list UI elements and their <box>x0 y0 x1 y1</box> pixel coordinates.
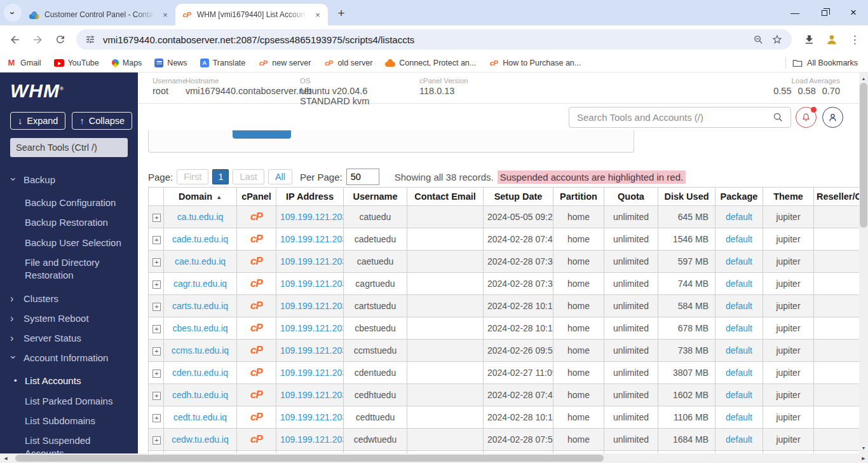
address-bar[interactable]: vmi1679440.contaboserver.net:2087/cpsess… <box>76 29 792 50</box>
ip-address-link[interactable]: 109.199.121.203 <box>280 256 344 266</box>
row-expander-button[interactable]: + <box>153 414 161 422</box>
all-pages-button[interactable]: All <box>268 169 292 184</box>
domain-link[interactable]: carts.tu.edu.iq <box>172 301 228 311</box>
horizontal-scrollbar[interactable]: ◀ ▶ <box>0 453 868 463</box>
sidebar-search-input[interactable] <box>10 138 128 157</box>
browser-menu-button[interactable]: ⋮ <box>848 32 862 46</box>
tab-close-icon[interactable]: × <box>160 10 170 20</box>
per-page-input[interactable] <box>346 169 379 185</box>
tab-close-icon[interactable]: × <box>313 10 323 20</box>
cpanel-logo-icon[interactable]: cP <box>250 211 262 223</box>
row-expander-button[interactable]: + <box>153 303 161 311</box>
ip-address-link[interactable]: 109.199.121.203 <box>280 279 344 289</box>
site-info-icon[interactable] <box>85 34 95 45</box>
bookmark-item[interactable]: News <box>154 59 187 67</box>
cpanel-logo-icon[interactable]: cP <box>250 344 262 356</box>
scroll-up-arrow-icon[interactable]: ▲ <box>859 74 868 83</box>
partial-blue-button[interactable] <box>233 130 291 139</box>
column-disk-used[interactable]: Disk Used <box>658 188 715 206</box>
domain-link[interactable]: cedw.tu.edu.iq <box>172 434 229 445</box>
domain-link[interactable]: cedt.tu.edu.iq <box>173 412 227 422</box>
bookmark-item[interactable]: Translate <box>200 59 246 67</box>
package-link[interactable]: default <box>726 434 752 445</box>
sidebar-nav-item[interactable]: •List Subdomains <box>25 415 121 427</box>
first-page-button[interactable]: First <box>177 169 208 184</box>
downloads-button[interactable] <box>802 32 816 46</box>
bookmark-item[interactable]: YouTube <box>54 59 99 67</box>
sidebar-group-header[interactable]: › Server Status <box>10 328 128 348</box>
ip-address-link[interactable]: 109.199.121.203 <box>280 368 344 378</box>
ip-address-link[interactable]: 109.199.121.203 <box>280 212 344 222</box>
row-expander-button[interactable]: + <box>153 436 161 445</box>
sidebar-group-header[interactable]: › Account Information <box>10 348 128 368</box>
sidebar-group-header[interactable]: › Clusters <box>10 289 128 308</box>
bookmark-item[interactable]: Connect, Protect an... <box>385 59 476 67</box>
domain-link[interactable]: cbes.tu.edu.iq <box>172 323 227 333</box>
row-expander-button[interactable]: + <box>153 214 161 222</box>
scroll-right-arrow-icon[interactable]: ▶ <box>859 453 868 463</box>
domain-link[interactable]: cden.tu.edu.iq <box>172 368 228 378</box>
cpanel-logo-icon[interactable]: cP <box>250 233 262 245</box>
cpanel-logo-icon[interactable]: cP <box>250 300 262 312</box>
cpanel-logo-icon[interactable]: cP <box>250 366 262 378</box>
notifications-button[interactable] <box>796 107 817 128</box>
bookmark-star-icon[interactable] <box>771 34 783 45</box>
package-link[interactable]: default <box>726 212 752 222</box>
bookmark-item[interactable]: new server <box>258 58 311 68</box>
bookmark-item[interactable]: How to Purchase an... <box>489 58 581 68</box>
browser-tab[interactable]: Customer Control Panel - Conta × <box>23 4 175 25</box>
reload-button[interactable] <box>53 32 67 46</box>
profile-avatar[interactable] <box>825 32 839 46</box>
sidebar-nav-item[interactable]: •Backup User Selection <box>25 237 121 249</box>
sidebar-nav-item[interactable]: •List Accounts <box>25 375 121 387</box>
cpanel-logo-icon[interactable]: cP <box>250 389 262 401</box>
cpanel-logo-icon[interactable]: cP <box>250 411 262 423</box>
sidebar-nav-item[interactable]: •Backup Configuration <box>25 197 121 209</box>
cpanel-logo-icon[interactable]: cP <box>250 255 262 267</box>
package-link[interactable]: default <box>726 368 752 378</box>
ip-address-link[interactable]: 109.199.121.203 <box>280 434 344 445</box>
package-link[interactable]: default <box>726 279 752 289</box>
package-link[interactable]: default <box>726 256 752 266</box>
all-bookmarks-button[interactable]: All Bookmarks <box>792 59 862 67</box>
row-expander-button[interactable]: + <box>153 392 161 400</box>
scroll-down-arrow-icon[interactable]: ▼ <box>859 443 868 452</box>
row-expander-button[interactable]: + <box>153 347 161 356</box>
ip-address-link[interactable]: 109.199.121.203 <box>280 412 344 422</box>
sidebar-nav-item[interactable]: •List Parked Domains <box>25 395 121 408</box>
sidebar-group-header[interactable]: › System Reboot <box>10 308 128 328</box>
minimize-button[interactable]: — <box>780 0 810 25</box>
forward-button[interactable] <box>31 32 44 46</box>
back-button[interactable] <box>8 32 22 46</box>
ip-address-link[interactable]: 109.199.121.203 <box>280 301 344 311</box>
domain-link[interactable]: ca.tu.edu.iq <box>177 212 223 222</box>
current-page-button[interactable]: 1 <box>212 169 229 184</box>
last-page-button[interactable]: Last <box>233 169 264 184</box>
close-button[interactable]: × <box>839 0 868 25</box>
cpanel-logo-icon[interactable]: cP <box>250 433 262 445</box>
column-cpanel[interactable]: cPanel <box>237 188 276 206</box>
column-username[interactable]: Username <box>344 188 407 206</box>
column-quota[interactable]: Quota <box>604 188 658 206</box>
sidebar-nav-item[interactable]: •List Suspended Accounts <box>25 434 121 453</box>
expand-button[interactable]: ↓Expand <box>10 112 65 130</box>
sidebar-group-header[interactable]: › Backup <box>10 170 128 190</box>
column-domain[interactable]: Domain▲ <box>164 188 237 206</box>
package-link[interactable]: default <box>726 234 752 244</box>
domain-link[interactable]: cedh.tu.edu.iq <box>172 390 228 400</box>
bookmark-item[interactable]: old server <box>323 58 372 68</box>
zoom-out-icon[interactable] <box>753 34 764 45</box>
scroll-left-arrow-icon[interactable]: ◀ <box>1 453 10 463</box>
row-expander-button[interactable]: + <box>153 236 161 244</box>
column-ip-address[interactable]: IP Address <box>276 188 344 206</box>
row-expander-button[interactable]: + <box>153 370 161 378</box>
restore-button[interactable] <box>810 0 839 25</box>
package-link[interactable]: default <box>726 412 752 422</box>
package-link[interactable]: default <box>726 301 752 311</box>
cpanel-logo-icon[interactable]: cP <box>250 277 262 289</box>
ip-address-link[interactable]: 109.199.121.203 <box>280 234 344 244</box>
package-link[interactable]: default <box>726 390 752 400</box>
column-setup-date[interactable]: Setup Date <box>484 188 553 206</box>
column-partition[interactable]: Partition <box>553 188 604 206</box>
ip-address-link[interactable]: 109.199.121.203 <box>280 323 344 333</box>
